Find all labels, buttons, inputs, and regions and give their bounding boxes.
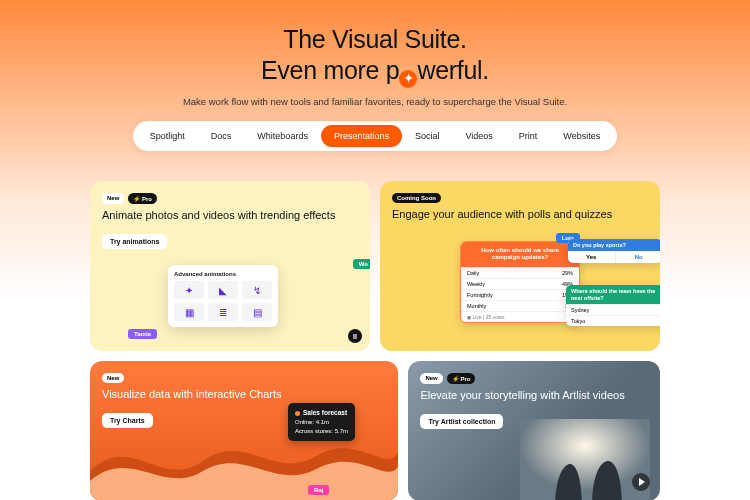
tab-print[interactable]: Print xyxy=(506,125,551,147)
tab-presentations[interactable]: Presentations xyxy=(321,125,402,147)
badge-pro: ⚡ Pro xyxy=(447,373,476,384)
poll-option[interactable]: No xyxy=(616,251,661,263)
hero-title-line1: The Visual Suite. xyxy=(283,25,466,53)
svg-rect-0 xyxy=(520,419,650,500)
chart-tooltip: Sales forecast Online: 4.1m Across store… xyxy=(288,403,355,441)
badge-new: New xyxy=(420,373,442,384)
hero-subtitle: Make work flow with new tools and famili… xyxy=(0,96,750,107)
poll-question: Do you play sports? xyxy=(568,239,660,251)
badge-coming-soon: Coming Soon xyxy=(392,193,441,203)
pause-icon[interactable]: II xyxy=(348,329,362,343)
category-tabs: SpotlightDocsWhiteboardsPresentationsSoc… xyxy=(133,121,617,151)
tab-docs[interactable]: Docs xyxy=(198,125,245,147)
hero: The Visual Suite. Even more p✦werful. Ma… xyxy=(0,0,750,165)
poll-option[interactable]: Tokyo xyxy=(566,315,660,326)
tab-whiteboards[interactable]: Whiteboards xyxy=(244,125,321,147)
play-icon[interactable] xyxy=(632,473,650,491)
anim-icon[interactable]: ▤ xyxy=(242,303,272,321)
poll-question: Where should the team have the next offs… xyxy=(566,285,660,304)
card-polls[interactable]: Coming Soon Engage your audience with po… xyxy=(380,181,660,351)
hero-title-line2a: Even more p xyxy=(261,56,399,84)
poll-question: How often should we share campaign updat… xyxy=(461,242,579,266)
card-artlist[interactable]: New ⚡ Pro Elevate your storytelling with… xyxy=(408,361,660,500)
tooltip-line: Across stores: 5.7m xyxy=(295,428,348,434)
poll-footer: ◼ Live | 25 votes xyxy=(461,311,579,322)
card-title: Animate photos and videos with trending … xyxy=(102,209,358,223)
panel-title: Advanced animations xyxy=(174,271,272,277)
anim-icon[interactable]: ≣ xyxy=(208,303,238,321)
tab-websites[interactable]: Websites xyxy=(550,125,613,147)
poll-option[interactable]: Weekly49% xyxy=(461,278,579,289)
anim-icon[interactable]: ◣ xyxy=(208,281,238,299)
badge-new: New xyxy=(102,373,124,383)
anim-icon[interactable]: ✦ xyxy=(174,281,204,299)
try-animations-button[interactable]: Try animations xyxy=(102,234,167,249)
badge-new: New xyxy=(102,193,124,204)
tab-videos[interactable]: Videos xyxy=(452,125,505,147)
user-chip: Raj xyxy=(308,485,329,495)
tab-spotlight[interactable]: Spotlight xyxy=(137,125,198,147)
video-thumbnail xyxy=(520,419,650,500)
card-title: Engage your audience with polls and quiz… xyxy=(392,208,648,222)
badge-pro: ⚡ Pro xyxy=(128,193,157,204)
poll-widget: How often should we share campaign updat… xyxy=(460,241,580,326)
power-o-icon: ✦ xyxy=(399,70,417,88)
card-title: Visualize data with interactive Charts xyxy=(102,388,386,402)
try-artlist-button[interactable]: Try Artlist collection xyxy=(420,414,503,429)
poll-option[interactable]: Sydney xyxy=(566,304,660,315)
hero-title-line2b: werful. xyxy=(417,56,489,84)
anim-icon[interactable]: ▦ xyxy=(174,303,204,321)
poll-option[interactable]: Yes xyxy=(568,251,616,263)
user-chip: Wo xyxy=(353,259,370,269)
mini-poll-offsite: Where should the team have the next offs… xyxy=(566,285,660,326)
poll-option[interactable]: Daily29% xyxy=(461,267,579,278)
user-chip: Tamia xyxy=(128,329,157,339)
card-charts[interactable]: New Visualize data with interactive Char… xyxy=(90,361,398,500)
anim-icon[interactable]: ↯ xyxy=(242,281,272,299)
tooltip-title: Sales forecast xyxy=(303,409,347,416)
poll-option[interactable]: Monthly3% xyxy=(461,300,579,311)
mini-poll-sports: Do you play sports? Yes No xyxy=(568,239,660,263)
tooltip-line: Online: 4.1m xyxy=(295,419,329,425)
card-title: Elevate your storytelling with Artlist v… xyxy=(420,389,648,403)
card-animate[interactable]: New ⚡ Pro Animate photos and videos with… xyxy=(90,181,370,351)
poll-option[interactable]: Fortnightly19% xyxy=(461,289,579,300)
tab-social[interactable]: Social xyxy=(402,125,453,147)
cards-grid: New ⚡ Pro Animate photos and videos with… xyxy=(0,165,750,500)
hero-title: The Visual Suite. Even more p✦werful. xyxy=(0,24,750,88)
animations-panel: Advanced animations ✦ ◣ ↯ ▦ ≣ ▤ xyxy=(168,265,278,327)
